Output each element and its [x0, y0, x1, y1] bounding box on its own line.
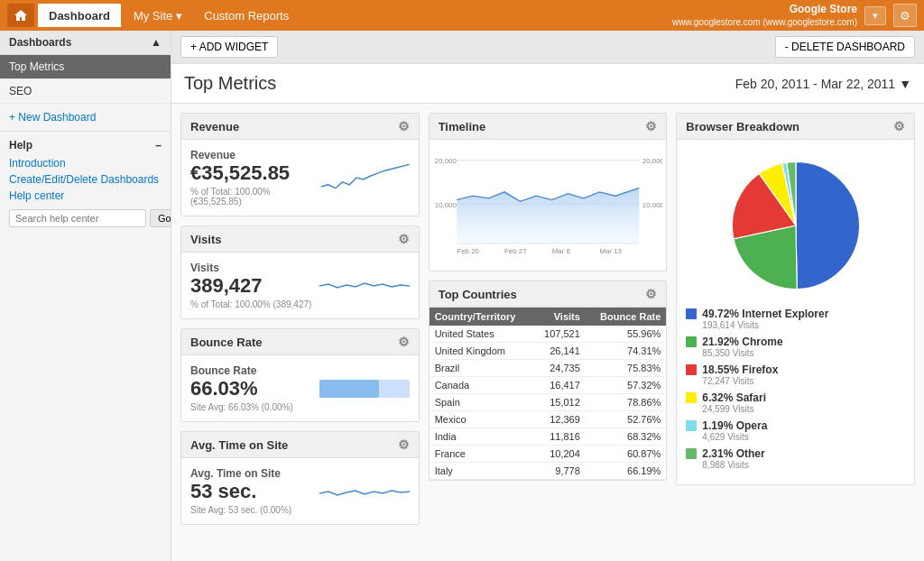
dashboards-section-header: Dashboards ▲ — [0, 31, 171, 55]
widget-browser-header: Browser Breakdown ⚙ — [677, 114, 914, 140]
chevron-down-icon: ▼ — [899, 77, 911, 91]
svg-rect-1 — [319, 380, 379, 398]
help-search-form: Go — [9, 209, 162, 227]
visits-cell: 16,417 — [532, 377, 585, 394]
legend-color-box — [686, 336, 697, 347]
pie-segment — [796, 161, 860, 289]
svg-marker-9 — [457, 188, 639, 243]
visits-cell: 11,816 — [532, 428, 585, 446]
widget-bounce-gear[interactable]: ⚙ — [398, 335, 410, 349]
site-dropdown-button[interactable]: ▾ — [864, 6, 886, 25]
legend-text: 21.92% Chrome 85,350 Visits — [702, 336, 782, 358]
search-input[interactable] — [9, 209, 146, 227]
legend-text: 1.19% Opera 4,629 Visits — [702, 419, 767, 442]
nav-custom-reports[interactable]: Custom Reports — [195, 5, 298, 26]
widget-visits-gear[interactable]: ⚙ — [398, 232, 410, 246]
site-url: www.googlestore.com (www.googlestore.com… — [672, 16, 857, 28]
date-range-picker[interactable]: Feb 20, 2011 - Mar 22, 2011 ▼ — [735, 77, 911, 91]
collapse-icon[interactable]: ▲ — [151, 36, 162, 49]
col-bounce[interactable]: Bounce Rate — [586, 308, 666, 326]
widget-top-countries-gear[interactable]: ⚙ — [645, 287, 657, 301]
table-row[interactable]: India 11,816 68.32% — [430, 428, 667, 446]
bounce-values: Bounce Rate 66.03% Site Avg: 66.03% (0.0… — [190, 364, 293, 412]
page-title: Top Metrics — [184, 73, 276, 94]
widgets-grid: Revenue ⚙ Revenue €35,525.85 % of Total:… — [171, 104, 924, 534]
country-cell: United Kingdom — [430, 343, 533, 360]
add-widget-button[interactable]: + ADD WIDGET — [180, 36, 278, 58]
bounce-cell: 60.87% — [586, 446, 666, 463]
sidebar-item-seo[interactable]: SEO — [0, 79, 171, 104]
help-link-help-center[interactable]: Help center — [9, 189, 162, 202]
legend-item: 21.92% Chrome 85,350 Visits — [686, 336, 905, 358]
main-content: + ADD WIDGET - DELETE DASHBOARD Top Metr… — [171, 31, 924, 561]
widget-timeline-header: Timeline ⚙ — [430, 114, 667, 140]
settings-button[interactable]: ⚙ — [893, 4, 917, 27]
widget-avg-time-body: Avg. Time on Site 53 sec. Site Avg: 53 s… — [181, 458, 419, 524]
widget-top-countries: Top Countries ⚙ Country/Territory Visits… — [429, 280, 668, 481]
widget-visits: Visits ⚙ Visits 389,427 % of Total: 100.… — [180, 225, 420, 319]
avg-time-sparkline — [319, 474, 410, 510]
svg-text:10,000: 10,000 — [434, 201, 457, 209]
widget-visits-header: Visits ⚙ — [181, 226, 419, 253]
widget-timeline-gear[interactable]: ⚙ — [645, 119, 657, 133]
legend-item: 2.31% Other 8,988 Visits — [686, 447, 905, 470]
search-button[interactable]: Go — [150, 209, 171, 227]
widget-bounce-body: Bounce Rate 66.03% Site Avg: 66.03% (0.0… — [181, 355, 419, 421]
dashboards-label: Dashboards — [9, 36, 71, 49]
table-row[interactable]: Brazil 24,735 75.83% — [430, 360, 667, 377]
help-title: Help — [9, 139, 32, 152]
col-visits[interactable]: Visits — [532, 308, 585, 326]
widget-avg-time: Avg. Time on Site ⚙ Avg. Time on Site 53… — [180, 431, 420, 525]
tab-dashboard[interactable]: Dashboard — [38, 4, 121, 27]
widget-timeline: Timeline ⚙ 20,000 10,000 — [429, 113, 668, 271]
visits-metric-row: Visits 389,427 % of Total: 100.00% (389,… — [190, 262, 410, 309]
table-row[interactable]: France 10,204 60.87% — [430, 446, 667, 463]
country-cell: Brazil — [430, 360, 533, 377]
widget-top-countries-header: Top Countries ⚙ — [430, 281, 667, 308]
widget-revenue-gear[interactable]: ⚙ — [398, 119, 410, 133]
table-row[interactable]: Italy 9,778 66.19% — [430, 463, 667, 480]
country-cell: India — [430, 428, 533, 446]
sidebar: Dashboards ▲ Top Metrics SEO + New Dashb… — [0, 31, 171, 561]
widget-avg-time-header: Avg. Time on Site ⚙ — [181, 432, 419, 458]
visits-cell: 26,141 — [532, 343, 585, 360]
legend-text: 2.31% Other 8,988 Visits — [702, 447, 764, 470]
timeline-chart: 20,000 10,000 20,000 10,000 — [433, 145, 663, 262]
nav-right-section: Google Store www.googlestore.com (www.go… — [672, 3, 917, 29]
legend-item: 49.72% Internet Explorer 193,614 Visits — [686, 308, 905, 330]
date-range-text: Feb 20, 2011 - Mar 22, 2011 — [735, 77, 895, 91]
country-cell: Spain — [430, 394, 533, 411]
table-row[interactable]: United States 107,521 55.96% — [430, 326, 667, 343]
nav-my-site[interactable]: My Site ▾ — [125, 5, 191, 26]
col-country[interactable]: Country/Territory — [430, 308, 533, 326]
new-dashboard-link[interactable]: + New Dashboard — [0, 104, 171, 132]
legend-color-box — [686, 392, 697, 403]
legend-color-box — [686, 364, 697, 375]
help-collapse-icon[interactable]: – — [155, 139, 162, 152]
table-row[interactable]: Canada 16,417 57.32% — [430, 377, 667, 394]
delete-dashboard-button[interactable]: - DELETE DASHBOARD — [775, 36, 915, 58]
help-link-introduction[interactable]: Introduction — [9, 157, 162, 170]
legend-text: 49.72% Internet Explorer 193,614 Visits — [702, 308, 828, 330]
widget-bounce-rate: Bounce Rate ⚙ Bounce Rate 66.03% Site Av… — [180, 328, 420, 422]
widget-browser-gear[interactable]: ⚙ — [893, 119, 905, 133]
sidebar-item-top-metrics[interactable]: Top Metrics — [0, 55, 171, 79]
help-link-create-edit-delete[interactable]: Create/Edit/Delete Dashboards — [9, 173, 162, 186]
table-row[interactable]: United Kingdom 26,141 74.31% — [430, 343, 667, 360]
revenue-sparkline — [321, 160, 410, 196]
bounce-metric-row: Bounce Rate 66.03% Site Avg: 66.03% (0.0… — [190, 364, 410, 412]
legend-text: 18.55% Firefox 72,247 Visits — [702, 363, 778, 386]
legend-item: 6.32% Safari 24,599 Visits — [686, 391, 905, 414]
svg-text:Feb 20: Feb 20 — [457, 247, 479, 255]
top-navigation: Dashboard My Site ▾ Custom Reports Googl… — [0, 0, 924, 31]
home-button[interactable] — [7, 4, 34, 27]
avg-time-metric-row: Avg. Time on Site 53 sec. Site Avg: 53 s… — [190, 467, 410, 515]
bounce-cell: 55.96% — [586, 326, 666, 343]
countries-table: Country/Territory Visits Bounce Rate Uni… — [430, 308, 667, 480]
chevron-down-icon: ▾ — [873, 10, 878, 22]
revenue-values: Revenue €35,525.85 % of Total: 100.00% (… — [190, 149, 321, 207]
widget-avg-time-gear[interactable]: ⚙ — [398, 437, 410, 452]
table-row[interactable]: Spain 15,012 78.86% — [430, 394, 667, 411]
widget-revenue: Revenue ⚙ Revenue €35,525.85 % of Total:… — [180, 113, 420, 216]
table-row[interactable]: Mexico 12,369 52.76% — [430, 411, 667, 428]
